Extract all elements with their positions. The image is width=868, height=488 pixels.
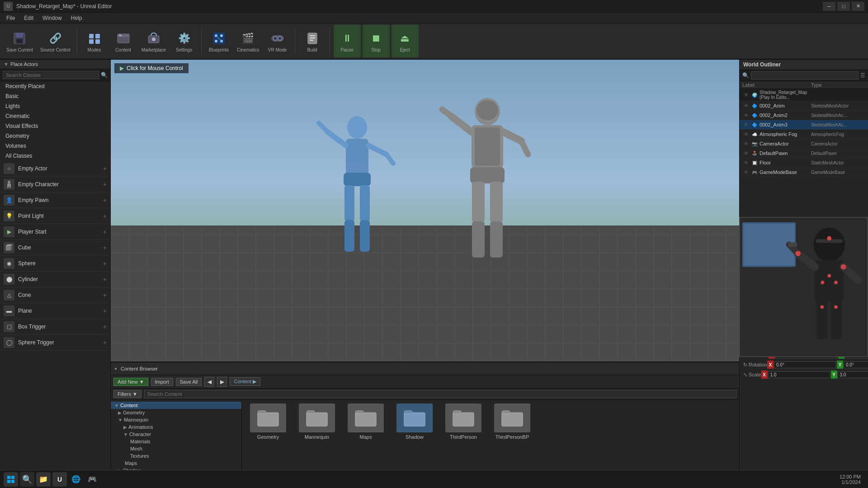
tree-item-mannequin[interactable]: ▼ Mannequin — [111, 416, 241, 423]
window-controls[interactable]: ─ □ ✕ — [823, 2, 864, 11]
save-all-button[interactable]: Save All — [176, 378, 202, 386]
tree-item-animations[interactable]: ▶ Animations — [111, 423, 241, 431]
actor-point-light[interactable]: 💡 Point Light + — [0, 208, 110, 224]
minimize-button[interactable]: ─ — [823, 2, 835, 11]
visibility-icon[interactable]: 👁 — [742, 112, 750, 119]
import-button[interactable]: Import — [151, 378, 173, 386]
rotation-x-input[interactable] — [774, 361, 836, 368]
category-recently-placed[interactable]: Recently Placed — [0, 81, 110, 91]
visibility-icon[interactable]: 👁 — [742, 91, 750, 99]
actor-player-start[interactable]: ▶ Player Start + — [0, 224, 110, 240]
collapse-icon[interactable]: ▼ — [4, 61, 9, 67]
file-thirdpersonbp[interactable]: ThirdPersonBP — [490, 404, 535, 440]
actor-empty-actor[interactable]: ○ Empty Actor + — [0, 161, 110, 177]
content-search-input[interactable] — [144, 390, 736, 398]
category-geometry[interactable]: Geometry — [0, 131, 110, 141]
outliner-row-anim3[interactable]: 👁 🔷 0002_Anim3 SkeletalMeshAc... — [740, 120, 868, 130]
category-all-classes[interactable]: All Classes — [0, 151, 110, 161]
click-for-mouse-control[interactable]: ▶ Click for Mouse Control — [114, 63, 189, 73]
tree-item-maps[interactable]: Maps — [111, 460, 241, 467]
visibility-icon[interactable]: 👁 — [742, 140, 750, 147]
actor-add-icon[interactable]: + — [103, 291, 107, 299]
blueprints-button[interactable]: Blueprints — [205, 25, 232, 57]
visibility-icon[interactable]: 👁 — [742, 159, 750, 166]
scale-x-input[interactable] — [768, 371, 830, 378]
outliner-row-atmo-fog[interactable]: 👁 ☁️ Atmospheric Fog AtmosphericFog — [740, 130, 868, 139]
outliner-row-shadow-map[interactable]: 👁 🌍 Shadow_Retarget_Map (Play In Edito..… — [740, 89, 868, 101]
actor-add-icon[interactable]: + — [103, 228, 107, 235]
actor-add-icon[interactable]: + — [103, 197, 107, 204]
file-geometry[interactable]: Geometry — [245, 404, 291, 440]
actor-add-icon[interactable]: + — [103, 323, 107, 330]
search-classes-input[interactable] — [3, 71, 99, 79]
taskbar-steam[interactable]: 🎮 — [85, 472, 99, 487]
menu-file[interactable]: File — [2, 14, 19, 22]
file-shadow[interactable]: Shadow — [392, 404, 437, 440]
source-control-button[interactable]: 🔗 Source Control — [38, 25, 73, 57]
marketplace-button[interactable]: Marketplace — [139, 25, 169, 57]
save-button[interactable]: Save Current — [4, 25, 36, 57]
nav-back-button[interactable]: ◀ — [204, 377, 214, 387]
actor-add-icon[interactable]: + — [103, 244, 107, 251]
actor-add-icon[interactable]: + — [103, 181, 107, 188]
category-visual-effects[interactable]: Visual Effects — [0, 121, 110, 131]
tree-item-textures[interactable]: Textures — [111, 452, 241, 460]
modes-button[interactable]: Modes — [81, 25, 108, 57]
category-cinematic[interactable]: Cinematic — [0, 111, 110, 121]
visibility-icon[interactable]: 👁 — [742, 102, 750, 109]
tree-item-mesh[interactable]: Mesh — [111, 445, 241, 452]
outliner-row-floor[interactable]: 👁 🔲 Floor StaticMeshActor — [740, 158, 868, 168]
actor-cube[interactable]: Cube + — [0, 240, 110, 256]
taskbar-search[interactable]: 🔍 — [20, 472, 34, 487]
actor-sphere-trigger[interactable]: ◯ Sphere Trigger + — [0, 335, 110, 351]
tree-item-materials[interactable]: Materials — [111, 438, 241, 445]
file-mannequin[interactable]: Mannequin — [294, 404, 340, 440]
tree-item-content[interactable]: ▼ Content — [111, 402, 241, 409]
taskbar-unreal[interactable]: U — [52, 472, 67, 487]
filters-button[interactable]: Filters ▼ — [113, 390, 142, 398]
tree-item-geometry[interactable]: ▶ Geometry — [111, 409, 241, 416]
category-lights[interactable]: Lights — [0, 101, 110, 111]
actor-empty-pawn[interactable]: 👤 Empty Pawn + — [0, 192, 110, 208]
actor-plane[interactable]: ▬ Plane + — [0, 303, 110, 319]
actor-cylinder[interactable]: ⬤ Cylinder + — [0, 272, 110, 287]
taskbar-explorer[interactable]: 📁 — [36, 472, 51, 487]
add-new-button[interactable]: Add New ▼ — [113, 378, 148, 386]
actor-add-icon[interactable]: + — [103, 260, 107, 267]
actor-add-icon[interactable]: + — [103, 276, 107, 283]
taskbar-chrome[interactable]: 🌐 — [69, 472, 83, 487]
close-button[interactable]: ✕ — [852, 2, 864, 11]
menu-edit[interactable]: Edit — [19, 14, 38, 22]
start-button[interactable] — [4, 472, 18, 487]
actor-sphere[interactable]: ◉ Sphere + — [0, 256, 110, 272]
viewport-overlay[interactable]: ▶ Click for Mouse Control — [114, 63, 189, 73]
viewport[interactable]: ▶ Click for Mouse Control — [111, 60, 739, 361]
actor-add-icon[interactable]: + — [103, 212, 107, 220]
outliner-row-default-pawn[interactable]: 👁 🕹️ DefaultPawn DefaultPawn — [740, 149, 868, 158]
content-button[interactable]: Content — [110, 25, 137, 57]
cinematics-button[interactable]: 🎬 Cinematics — [234, 25, 262, 57]
outliner-row-gamemode[interactable]: 👁 🎮 GameModeBase GameModeBase — [740, 168, 868, 177]
visibility-icon[interactable]: 👁 — [742, 121, 750, 128]
settings-button[interactable]: ⚙️ Settings — [170, 25, 198, 57]
vrmode-button[interactable]: VR Mode — [264, 25, 291, 57]
stop-button[interactable]: ⏹ Stop — [363, 25, 390, 57]
visibility-icon[interactable]: 👁 — [742, 169, 750, 176]
actor-add-icon[interactable]: + — [103, 339, 107, 346]
file-thirdperson[interactable]: ThirdPerson — [441, 404, 486, 440]
actor-cone[interactable]: △ Cone + — [0, 287, 110, 303]
outliner-row-anim1[interactable]: 👁 🔷 0002_Anim SkeletalMeshActor — [740, 101, 868, 111]
actor-add-icon[interactable]: + — [103, 307, 107, 314]
eject-button[interactable]: ⏏ Eject — [392, 25, 419, 57]
actor-box-trigger[interactable]: ▢ Box Trigger + — [0, 319, 110, 335]
menu-help[interactable]: Help — [66, 14, 87, 22]
build-button[interactable]: Build — [299, 25, 326, 57]
file-maps[interactable]: Maps — [343, 404, 388, 440]
outliner-row-anim2[interactable]: 👁 🔷 0002_Anim2 SkeletalMeshAc... — [740, 111, 868, 120]
path-breadcrumb[interactable]: Content ▶ — [230, 377, 260, 386]
pause-button[interactable]: ⏸ Pause — [334, 25, 361, 57]
tree-item-character[interactable]: ▼ Character — [111, 431, 241, 438]
menu-window[interactable]: Window — [38, 14, 66, 22]
outliner-search-input[interactable] — [751, 71, 859, 80]
nav-forward-button[interactable]: ▶ — [217, 377, 227, 387]
